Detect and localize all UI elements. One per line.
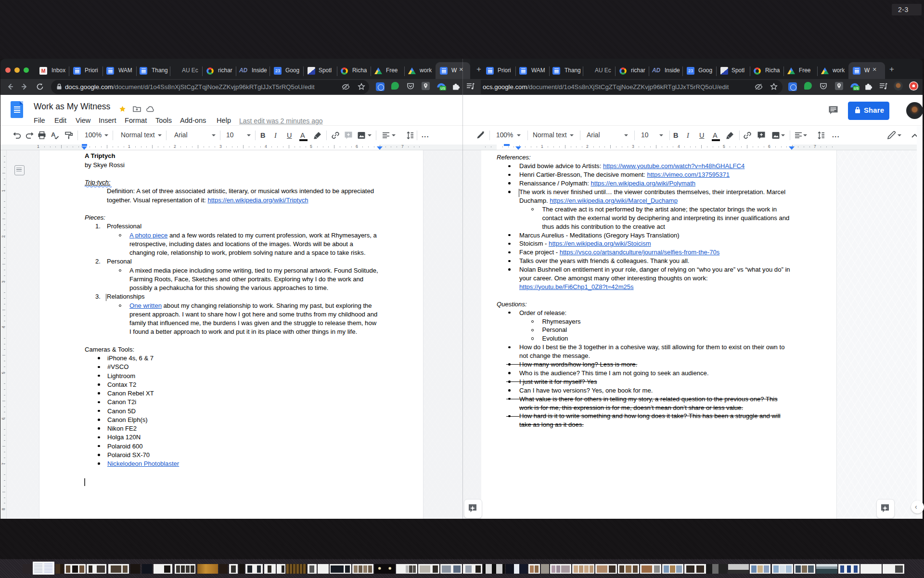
svg-text:US: US [440,87,445,90]
svg-text:US: US [854,87,859,90]
